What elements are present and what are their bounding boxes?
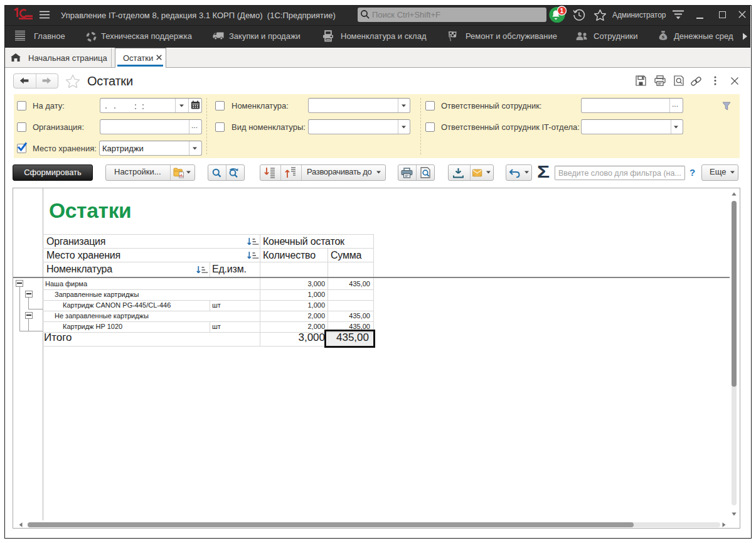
svg-text:1: 1	[560, 7, 564, 14]
svg-text:s: s	[662, 34, 665, 40]
